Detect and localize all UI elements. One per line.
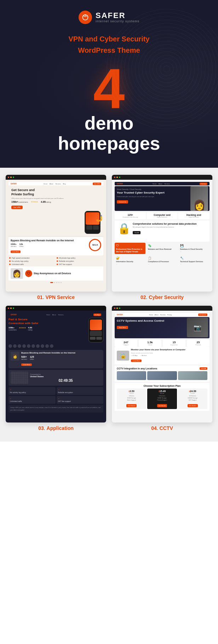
- app-learn-more[interactable]: Learn More: [21, 363, 32, 366]
- logo-sub: internet security systems: [96, 19, 139, 23]
- cctv-pricing-title: Choose Your Subscription Plan: [117, 385, 207, 387]
- phone-illustration: 🤳: [85, 211, 101, 234]
- close-dot: [8, 177, 9, 178]
- pricing-card-1: $3.50 /month 1 Device10GB StorageBasic S…: [117, 389, 146, 409]
- vpn-hero-title: Get Secure andPrivate Surfing: [11, 188, 101, 196]
- cyber-hero-title: Your Trusted Cyber Security Expert: [117, 191, 207, 195]
- cctv-stat-4: 25 Products: [187, 340, 210, 347]
- app-icon-1: [8, 344, 12, 348]
- arrow-icon: →: [148, 251, 176, 253]
- cctv-navbar: SAFER Home About Services Pricing Get Qu…: [115, 313, 210, 316]
- app-icon-2: [13, 344, 17, 348]
- arrow-icon-2: →: [180, 251, 208, 253]
- cyber-card-malware: 🦠 Malware and Virus Removal →: [147, 243, 177, 254]
- see-all-btn[interactable]: See All: [133, 231, 140, 234]
- cyber-card-database: 💾 Database & Cloud Security →: [179, 243, 210, 254]
- feature-privacy: All private logs policy: [57, 257, 103, 259]
- feature-encrypt: Reliable encryption: [57, 260, 103, 262]
- hero-subtitle-line2: WordPress Theme: [78, 45, 140, 55]
- cyber-hero: Smart Security / Cloud Security Your Tru…: [115, 186, 210, 211]
- app-phone-area: [88, 318, 103, 343]
- app-hero-title: Fast & Secure Connection with Safer: [8, 318, 88, 325]
- arrow-icon-3: →: [116, 263, 144, 265]
- monitor-thumbnail: 🔒: [117, 351, 129, 361]
- demo-label-2: 02. Cyber Security: [112, 294, 212, 300]
- pricing-card-3: $24.99 /month 10 Devices100GB Storage24/…: [178, 389, 207, 409]
- cctv-monitor-section: 🔒 Monitor your Home via your Smartphone …: [115, 347, 210, 364]
- hero-demo-text: demo homepages: [58, 113, 160, 154]
- feature-speed: High speed connection: [9, 257, 56, 259]
- app-icons-row: [8, 344, 103, 348]
- page-dots: [8, 282, 103, 283]
- app-icon-6: [31, 344, 35, 348]
- browser-nav-bar: [6, 175, 106, 180]
- app-bypass-card: 👩 Bypass Blocking and Remain Invisible o…: [8, 350, 103, 368]
- pricing-card-2: $15.49 /month 5 Devices50GB StoragePrior…: [147, 389, 177, 409]
- cctv-stat-1: 247 Support: [115, 340, 137, 347]
- pricing-btn-1[interactable]: Get Started: [126, 404, 136, 407]
- min-dot: [10, 177, 12, 178]
- cctv-location-images: [117, 371, 207, 380]
- app-icon-5: [27, 344, 30, 348]
- cyber-navbar: SAFER Home About Services Contact: [115, 182, 210, 185]
- app-icon-7: [36, 344, 40, 348]
- demo-grid: SAFER Home About Services Blog Get VPN G…: [0, 168, 218, 442]
- feature-support: 24/7 live support: [57, 263, 103, 265]
- cyber-cards-grid: 🛡 Professional Data Protection in the Fa…: [115, 243, 210, 266]
- location-thumb-3: [178, 371, 207, 380]
- pricing-cards: $3.50 /month 1 Device10GB StorageBasic S…: [117, 389, 207, 409]
- hero-big-number: 4: [93, 60, 125, 117]
- vpn-get-btn[interactable]: Get VPN: [11, 206, 23, 209]
- cctv-stat-3: 15 Experience: [163, 340, 185, 347]
- demo-card-1: SAFER Home About Services Blog Get VPN G…: [6, 175, 106, 300]
- cctv-read-more-btn[interactable]: Read More: [117, 326, 128, 329]
- max-dot: [13, 177, 14, 178]
- anon-text: Stay Anonymous on all Devices: [34, 272, 71, 275]
- vpn-stats-row: 158k+customers ★★★★★ 4.85rating: [11, 201, 101, 203]
- logo-area: SAFER internet security systems: [79, 11, 139, 24]
- demo-preview-cyber: SAFER Home About Services Contact Smart …: [112, 175, 212, 292]
- logo-text-wrap: SAFER internet security systems: [96, 12, 139, 23]
- vpn-features-grid: High speed connection All private logs p…: [8, 257, 103, 265]
- cyber-btn[interactable]: Contact Us: [117, 200, 128, 203]
- app-feature-2: ✓Reliable encryption: [57, 387, 104, 395]
- learn-more-btn[interactable]: Learn More: [11, 251, 21, 253]
- vpn-navbar: SAFER Home About Services Blog Get VPN: [8, 182, 103, 185]
- cyber-card-compliance: 📋 Compliance & Processor →: [147, 255, 177, 266]
- logo-icon: [79, 11, 92, 24]
- browser-nav-bar-3: [6, 306, 106, 311]
- cyber-card-infosec: 🔐 Information Security →: [115, 255, 145, 266]
- app-icon-3: [18, 344, 21, 348]
- app-feature-4: ✓24/7 live support: [57, 396, 104, 404]
- cctv-learn-btn[interactable]: Learn More: [131, 360, 142, 362]
- rating-stars: ★★★★★: [31, 201, 38, 203]
- app-feature-3: ✓Unlimited traffic: [8, 396, 56, 404]
- cctv-camera-image: 📷: [187, 318, 208, 337]
- cyber-comprehensive: 🔒 Comprehensive solutions for personal d…: [115, 220, 210, 242]
- demo-card-3: SAFER Home About Services Get App Fast &…: [6, 306, 106, 431]
- cctv-monitor-text: Monitor your Home via your Smartphone or…: [131, 349, 185, 351]
- hand-icon: 🤳: [96, 214, 103, 222]
- cctv-view-all-btn[interactable]: View All: [200, 367, 207, 370]
- location-thumb-1: [117, 371, 146, 380]
- cctv-integration-title: CCTV Integration in any Locations: [117, 367, 157, 370]
- cctv-stats-row: 247 Support 1.5k Clients 15 Experience 2…: [115, 340, 210, 347]
- demo-label-3: 03. Application: [6, 425, 106, 431]
- cyber-illustration: 🔒: [117, 222, 131, 240]
- demo-label-4: 04. CCTV: [112, 425, 212, 431]
- logo-name: SAFER: [96, 12, 139, 19]
- shield-icon: 🛡: [25, 270, 32, 277]
- app-navbar: SAFER Home About Services Get App: [8, 313, 103, 316]
- bypass-stats: 1500+servers 12kcities: [11, 243, 87, 247]
- browser-nav-bar-2: [112, 175, 212, 180]
- browser-nav-bar-4: [112, 306, 212, 311]
- pricing-btn-3[interactable]: Get Started: [188, 404, 197, 407]
- app-feature-1: ✓No activity log policy: [8, 387, 56, 395]
- cctv-integration-section: CCTV Integration in any Locations View A…: [115, 366, 210, 382]
- timer-display: 02:49:35: [30, 379, 101, 383]
- pricing-btn-2[interactable]: Get Started: [157, 404, 167, 407]
- feature-traffic: Unlimited traffic: [9, 263, 56, 265]
- hero-section: SAFER internet security systems VPN and …: [0, 0, 218, 168]
- cyber-card-technical: 🔧 Technical Support Services →: [179, 255, 210, 266]
- person-photo: 👩: [11, 268, 23, 279]
